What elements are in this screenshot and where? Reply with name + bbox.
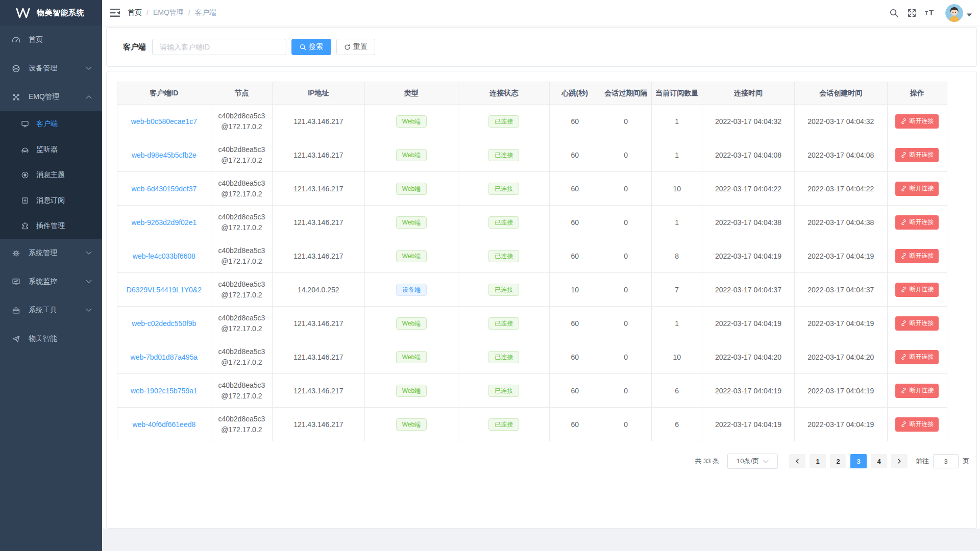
client-id-link[interactable]: web-40f6df661eed8 xyxy=(132,420,195,429)
client-id-link[interactable]: web-fe4c033bf6608 xyxy=(133,252,195,260)
fullscreen-icon[interactable] xyxy=(903,8,921,18)
pagination: 共 33 条 10条/页 1234 前往 页 xyxy=(117,454,969,469)
search-icon[interactable] xyxy=(885,8,903,18)
heartbeat-cell: 60 xyxy=(550,340,600,374)
disconnect-button[interactable]: 断开连接 xyxy=(895,350,939,364)
node-address: @172.17.0.2 xyxy=(213,256,270,267)
disconnect-icon xyxy=(900,320,907,327)
sidebar-menu: 首页设备管理EMQ管理客户端监听器消息主题消息订阅插件管理系统管理系统监控系统工… xyxy=(0,26,102,353)
column-header: 操作 xyxy=(887,82,947,105)
client-id-link[interactable]: web-1902c15b759a1 xyxy=(131,387,198,395)
page-button-1[interactable]: 1 xyxy=(810,454,826,468)
client-id-link[interactable]: web-c02dedc550f9b xyxy=(132,319,196,328)
session-create-time-cell: 2022-03-17 04:04:19 xyxy=(794,239,887,273)
connect-time-cell: 2022-03-17 04:04:19 xyxy=(702,408,794,441)
search-button-label: 搜索 xyxy=(309,42,323,52)
connect-time-cell: 2022-03-17 04:04:32 xyxy=(702,105,794,138)
disconnect-button[interactable]: 断开连接 xyxy=(895,384,939,398)
column-header: IP地址 xyxy=(273,82,364,105)
client-id-input[interactable] xyxy=(152,39,286,55)
client-id-link[interactable]: web-b0c580ecae1c7 xyxy=(131,117,197,126)
action-cell: 断开连接 xyxy=(887,105,947,138)
table-row: web-9263d2d9f02e1c40b2d8ea5c3@172.17.0.2… xyxy=(117,206,947,239)
table-row: web-40f6df661eed8c40b2d8ea5c3@172.17.0.2… xyxy=(117,408,947,441)
status-cell: 已连接 xyxy=(458,239,550,273)
subscriptions-cell: 10 xyxy=(652,340,702,374)
breadcrumb-item[interactable]: 首页 xyxy=(128,8,142,17)
user-menu[interactable] xyxy=(945,4,972,22)
action-cell: 断开连接 xyxy=(887,340,947,374)
disconnect-button[interactable]: 断开连接 xyxy=(895,417,939,432)
sidebar-item-wumei-smart[interactable]: 物美智能 xyxy=(0,324,102,353)
action-cell: 断开连接 xyxy=(887,206,947,239)
search-button[interactable]: 搜索 xyxy=(291,39,331,55)
column-header: 当前订阅数量 xyxy=(652,82,702,105)
breadcrumb-item[interactable]: EMQ管理 xyxy=(153,8,184,17)
sidebar-item-topic[interactable]: 消息主题 xyxy=(0,162,102,188)
disconnect-icon xyxy=(900,253,907,259)
status-badge: 已连接 xyxy=(488,351,519,363)
node-name: c40b2d8ea5c3 xyxy=(213,111,270,121)
search-label: 客户端 xyxy=(123,42,146,52)
disconnect-icon xyxy=(900,354,907,360)
sidebar-item-emq-mgmt[interactable]: EMQ管理 xyxy=(0,83,102,111)
client-id-cell: web-40f6df661eed8 xyxy=(117,408,211,441)
sidebar-item-client[interactable]: 客户端 xyxy=(0,111,102,137)
sidebar-item-system-tools[interactable]: 系统工具 xyxy=(0,296,102,324)
disconnect-icon xyxy=(900,185,907,192)
disconnect-button[interactable]: 断开连接 xyxy=(895,215,939,230)
prev-page-button[interactable] xyxy=(789,454,805,468)
client-icon xyxy=(20,120,30,128)
client-id-link[interactable]: web-7bd01d87a495a xyxy=(131,353,198,361)
sidebar-item-device-mgmt[interactable]: 设备管理 xyxy=(0,54,102,83)
page-button-4[interactable]: 4 xyxy=(871,454,887,468)
table-row: web-7bd01d87a495ac40b2d8ea5c3@172.17.0.2… xyxy=(117,340,947,374)
type-cell: Web端 xyxy=(364,138,458,172)
type-badge: Web端 xyxy=(396,351,427,363)
disconnect-button[interactable]: 断开连接 xyxy=(895,249,939,263)
disconnect-button[interactable]: 断开连接 xyxy=(895,114,939,129)
client-id-link[interactable]: D6329VL54419L1Y0&2 xyxy=(127,286,202,294)
disconnect-button-label: 断开连接 xyxy=(909,117,934,126)
page-size-select[interactable]: 10条/页 xyxy=(727,454,778,469)
page-button-2[interactable]: 2 xyxy=(830,454,846,468)
disconnect-button[interactable]: 断开连接 xyxy=(895,316,939,331)
goto-page-input[interactable] xyxy=(933,454,959,468)
client-id-link[interactable]: web-9263d2d9f02e1 xyxy=(132,218,197,227)
action-cell: 断开连接 xyxy=(887,374,947,408)
sidebar-item-system-mgmt[interactable]: 系统管理 xyxy=(0,239,102,267)
status-badge: 已连接 xyxy=(488,250,519,262)
disconnect-button[interactable]: 断开连接 xyxy=(895,148,939,162)
node-cell: c40b2d8ea5c3@172.17.0.2 xyxy=(211,138,272,172)
font-size-icon[interactable]: TT xyxy=(921,9,940,17)
sidebar-item-plugin[interactable]: 插件管理 xyxy=(0,213,102,239)
sidebar-item-label: 设备管理 xyxy=(29,64,57,73)
sidebar-item-system-monitor[interactable]: 系统监控 xyxy=(0,267,102,296)
tools-icon xyxy=(11,306,20,315)
disconnect-button[interactable]: 断开连接 xyxy=(895,182,939,196)
sidebar-item-home[interactable]: 首页 xyxy=(0,26,102,54)
logo[interactable]: 物美智能系统 xyxy=(0,0,102,26)
app-root: 物美智能系统 首页设备管理EMQ管理客户端监听器消息主题消息订阅插件管理系统管理… xyxy=(0,0,980,551)
sidebar-item-listener[interactable]: 监听器 xyxy=(0,137,102,162)
connect-time-cell: 2022-03-17 04:04:19 xyxy=(702,307,794,340)
column-header: 连接时间 xyxy=(702,82,794,105)
session-expiry-cell: 0 xyxy=(600,340,652,374)
reset-button[interactable]: 重置 xyxy=(336,39,375,55)
client-id-link[interactable]: web-6d430159def37 xyxy=(132,185,197,193)
node-name: c40b2d8ea5c3 xyxy=(213,380,270,391)
top-navbar: 首页/EMQ管理/客户端 TT xyxy=(102,0,980,26)
hamburger-fold-icon[interactable] xyxy=(102,0,128,26)
node-name: c40b2d8ea5c3 xyxy=(213,346,270,357)
disconnect-button[interactable]: 断开连接 xyxy=(895,283,939,297)
page-button-3[interactable]: 3 xyxy=(850,454,867,468)
client-id-link[interactable]: web-d98e45b5cfb2e xyxy=(132,151,197,159)
status-cell: 已连接 xyxy=(458,307,550,340)
plugin-icon xyxy=(20,222,30,230)
sidebar-item-subscription[interactable]: 消息订阅 xyxy=(0,188,102,213)
node-address: @172.17.0.2 xyxy=(213,189,270,199)
status-cell: 已连接 xyxy=(458,408,550,441)
session-create-time-cell: 2022-03-17 04:04:08 xyxy=(794,138,887,172)
type-badge: Web端 xyxy=(396,115,427,128)
next-page-button[interactable] xyxy=(891,454,908,468)
